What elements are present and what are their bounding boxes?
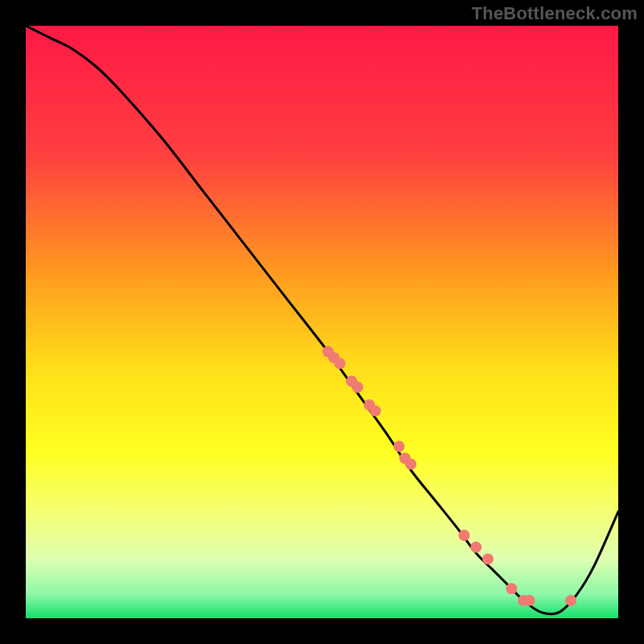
data-point bbox=[506, 583, 518, 594]
data-point bbox=[482, 553, 493, 564]
watermark-text: TheBottleneck.com bbox=[472, 3, 638, 24]
data-point bbox=[470, 542, 481, 553]
data-point bbox=[394, 441, 405, 452]
data-point bbox=[524, 595, 535, 606]
chart-svg bbox=[26, 26, 618, 618]
data-point bbox=[459, 530, 470, 541]
plot-area bbox=[26, 26, 618, 618]
data-point bbox=[369, 405, 381, 416]
data-point bbox=[352, 382, 363, 393]
data-point bbox=[405, 459, 416, 470]
data-point bbox=[334, 358, 345, 369]
data-point bbox=[565, 595, 576, 606]
chart-frame: TheBottleneck.com bbox=[0, 0, 644, 644]
gradient-background bbox=[26, 26, 618, 618]
